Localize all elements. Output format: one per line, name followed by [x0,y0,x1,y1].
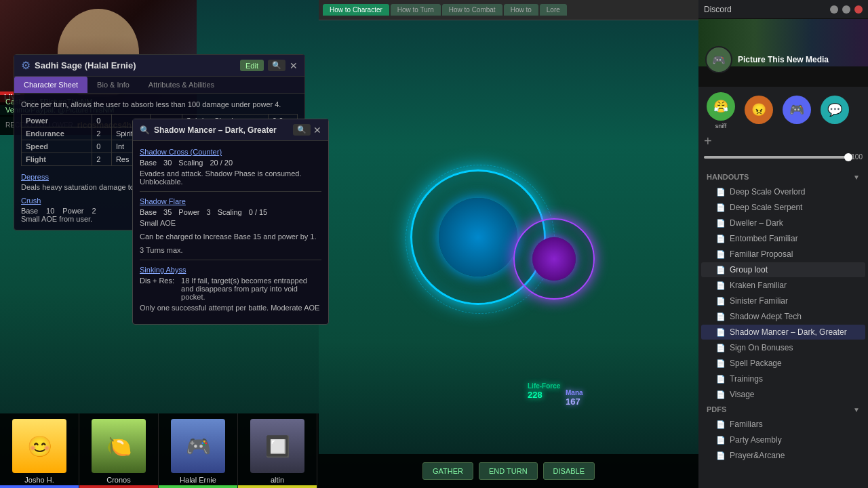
channel-label: Dweller – Dark [730,218,783,228]
channel-label: Sinister Familiar [730,296,788,306]
doc-icon: 📄 [716,297,726,306]
username-sniff: sniff [704,123,738,129]
channel-label: Entombed Familiar [730,234,798,243]
add-voice-user-button[interactable]: + [704,134,712,149]
doc-icon: 📄 [716,312,726,321]
voice-user-2[interactable]: 😠 [742,96,776,126]
channel-familiars[interactable]: 📄 Familiars [701,417,865,432]
channel-sinister-familiar[interactable]: 📄 Sinister Familiar [701,293,865,308]
char-close-button[interactable]: ✕ [290,60,298,71]
shadow-popup-header: 🔍 Shadow Mancer – Dark, Greater 🔍 ✕ [133,119,328,141]
volume-value: 100 [851,153,863,161]
channel-label: Deep Scale Overlord [730,187,805,197]
browser-tab-bar: How to Character How to Turn How to Comb… [319,0,698,20]
disable-button[interactable]: DISABLE [543,462,595,480]
ability-shadow-flare[interactable]: Shadow Flare [140,197,321,205]
avatar-bar-josho [0,485,79,488]
channel-kraken-familiar[interactable]: 📄 Kraken Familiar [701,278,865,293]
gather-button[interactable]: GATHER [422,462,473,480]
shadow-cross-desc: Evades and attack. Shadow Phase is consu… [140,169,321,186]
shadow-flare-desc2: Can be charged to Increase Base 15 and p… [140,232,321,241]
avatar-bar-altin [238,485,317,488]
end-turn-button[interactable]: END TURN [479,462,538,480]
handouts-header[interactable]: Handouts ▼ [698,170,868,184]
channel-prayer-arcane[interactable]: 📄 Prayer&Arcane [701,448,865,463]
lifeforce-value: 228 [528,390,560,400]
volume-slider[interactable] [704,156,848,159]
server-icon: 🎮 [705,46,732,73]
edit-button[interactable]: Edit [240,60,264,71]
entity-circle-purple [513,218,595,300]
doc-icon: 📄 [716,266,726,274]
channel-label: Spell Package [730,359,782,368]
channel-shadow-adept-tech[interactable]: 📄 Shadow Adept Tech [701,309,865,324]
close-button[interactable] [854,5,863,14]
handouts-label: Handouts [707,173,749,181]
avatar-josho[interactable]: 😊 Josho H. [0,413,79,488]
browser-tab-3[interactable]: How to [504,4,538,16]
tab-bio-info[interactable]: Bio & Info [87,77,139,93]
channel-label: Shadow Adept Tech [730,312,802,321]
shadow-mancer-popup: 🔍 Shadow Mancer – Dark, Greater 🔍 ✕ Shad… [132,119,329,325]
doc-icon: 📄 [716,451,726,460]
ability-shadow-cross[interactable]: Shadow Cross (Counter) [140,148,321,156]
channel-deep-scale-serpent[interactable]: 📄 Deep Scale Serpent [701,200,865,215]
doc-icon: 📄 [716,235,726,243]
avatar-altin[interactable]: 🔲 altin [238,413,317,488]
shadow-popup-title: Shadow Mancer – Dark, Greater [154,125,277,135]
lifeforce-label: Life-Force [528,382,560,390]
ability-sinking-abyss[interactable]: Sinking Abyss [140,266,321,274]
stream-area: LIVE Cashapp: $PictureThisNM Venmo/Paypa… [0,0,319,488]
avatar-halal[interactable]: 🎮 Halal Ernie [159,413,238,488]
maximize-button[interactable] [842,5,850,14]
popup-search-button[interactable]: 🔍 [293,124,311,136]
channel-dweller-dark[interactable]: 📄 Dweller – Dark [701,216,865,230]
channel-group-loot[interactable]: 📄 Group loot [701,262,865,277]
channel-party-assembly[interactable]: 📄 Party Asembly [701,432,865,447]
channel-trainings[interactable]: 📄 Trainings [701,371,865,386]
doc-icon: 📄 [716,344,726,352]
browser-tab-4[interactable]: Lore [540,4,567,16]
doc-icon: 📄 [716,328,726,337]
handouts-chevron: ▼ [853,174,860,181]
minimize-button[interactable] [830,5,838,14]
pdfs-header[interactable]: PDFs ▼ [698,403,868,416]
passive-text: Once per turn, allows the user to absorb… [21,100,298,108]
avatar-img-josho: 😊 [12,419,66,473]
shadow-flare-desc3: 3 Turns max. [140,246,321,254]
voice-user-sniff[interactable]: 😤 sniff [704,92,738,129]
avatar-4: 💬 [821,96,849,124]
tab-character-sheet[interactable]: Character Sheet [14,77,87,93]
voice-user-4[interactable]: 💬 [818,96,852,126]
doc-icon: 📄 [716,188,726,197]
char-tabs: Character Sheet Bio & Info Attributes & … [14,77,304,94]
char-search-button[interactable]: 🔍 [268,60,285,71]
channel-sign-on-bonuses[interactable]: 📄 Sign On Bonuses [701,340,865,355]
popup-close-button[interactable]: ✕ [313,124,321,136]
channel-visage[interactable]: 📄 Visage [701,387,865,402]
discord-title: Discord [704,5,732,14]
server-name: Picture This New Media [738,55,829,64]
avatar-cronos[interactable]: 🍋 Cronos [79,413,159,488]
channel-entombed-familiar[interactable]: 📄 Entombed Familiar [701,231,865,246]
browser-tab-2[interactable]: How to Combat [442,4,502,16]
char-panel-title: Sadhi Sage (Halal Ernie) [35,60,136,70]
channel-deep-scale-overlord[interactable]: 📄 Deep Scale Overlord [701,184,865,199]
tab-attributes[interactable]: Attributes & Abilities [139,77,224,93]
discord-panel: Discord 🎮 Picture This New Media 😤 sniff… [698,0,868,488]
channel-familiar-proposal[interactable]: 📄 Familiar Proposal [701,247,865,262]
mana-value: 167 [566,396,583,407]
avatar-name-cronos: Cronos [106,476,130,484]
sinking-abyss-desc: Only one successful attempt per battle. … [140,304,321,312]
shadow-flare-stats: Base35Power3Scaling0 / 15 [140,208,321,216]
popup-controls: 🔍 ✕ [293,124,321,136]
channel-shadow-mancer[interactable]: 📄 Shadow Mancer – Dark, Greater [701,325,865,340]
avatar-img-halal: 🎮 [171,419,225,473]
voice-user-3[interactable]: 🎮 [780,96,814,126]
browser-tab-0[interactable]: How to Character [323,4,389,16]
hud-lifeforce: Life-Force 228 [528,382,560,400]
browser-tab-1[interactable]: How to Turn [391,4,441,16]
doc-icon: 📄 [716,359,726,368]
avatar-name-halal: Halal Ernie [180,476,216,484]
channel-spell-package[interactable]: 📄 Spell Package [701,356,865,371]
